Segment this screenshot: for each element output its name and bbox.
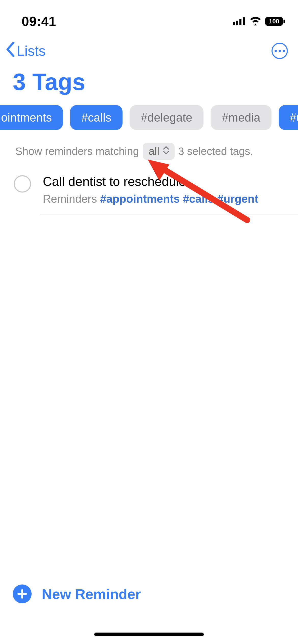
filter-description: Show reminders matching all 3 selected t…: [0, 130, 298, 162]
cellular-icon: [233, 17, 246, 26]
status-indicators: 100: [233, 16, 285, 26]
tag-pill-urgent[interactable]: #urgent: [279, 105, 298, 130]
chevron-up-down-icon: [162, 145, 170, 157]
tag-pill-media[interactable]: #media: [211, 105, 272, 130]
reminder-list-name: Reminders: [43, 193, 97, 205]
new-reminder-label: New Reminder: [42, 586, 141, 602]
battery-text: 100: [269, 18, 279, 25]
battery-icon: 100: [265, 17, 285, 26]
new-reminder-button[interactable]: New Reminder: [13, 584, 141, 603]
svg-rect-1: [236, 21, 238, 25]
plus-circle-icon: [13, 584, 32, 603]
filter-prefix: Show reminders matching: [15, 145, 139, 157]
reminder-subtitle: Reminders #appointments #calls #urgent: [43, 193, 288, 205]
ellipsis-icon: [275, 50, 285, 52]
chevron-left-icon: [6, 42, 15, 60]
home-indicator[interactable]: [94, 633, 204, 636]
divider: [40, 214, 298, 214]
reminder-tag: #urgent: [217, 193, 258, 205]
status-time: 09:41: [22, 14, 56, 29]
back-button[interactable]: Lists: [6, 42, 46, 60]
page-title: 3 Tags: [0, 64, 298, 100]
tag-filter-row[interactable]: ointments #calls #delegate #media #urgen…: [0, 100, 298, 130]
back-label: Lists: [17, 43, 46, 59]
svg-rect-0: [233, 22, 235, 25]
reminder-tag: #appointments: [100, 193, 180, 205]
filter-suffix: 3 selected tags.: [178, 145, 253, 157]
tag-pill-calls[interactable]: #calls: [70, 105, 123, 130]
reminder-item[interactable]: Call dentist to reschedule Reminders #ap…: [0, 162, 298, 214]
reminder-title: Call dentist to reschedule: [43, 174, 288, 189]
filter-mode-label: all: [149, 145, 159, 157]
tag-pill-appointments[interactable]: ointments: [0, 105, 63, 130]
svg-rect-2: [239, 19, 241, 25]
svg-rect-5: [283, 20, 285, 23]
more-button[interactable]: [272, 43, 288, 59]
tag-pill-delegate[interactable]: #delegate: [130, 105, 204, 130]
reminder-tag: #calls: [183, 193, 214, 205]
reminder-complete-toggle[interactable]: [14, 175, 31, 193]
reminder-content: Call dentist to reschedule Reminders #ap…: [43, 174, 288, 205]
filter-mode-picker[interactable]: all: [143, 143, 175, 160]
wifi-icon: [249, 16, 262, 26]
status-bar: 09:41 100: [0, 0, 298, 33]
nav-bar: Lists: [0, 33, 298, 64]
svg-rect-3: [243, 17, 245, 25]
